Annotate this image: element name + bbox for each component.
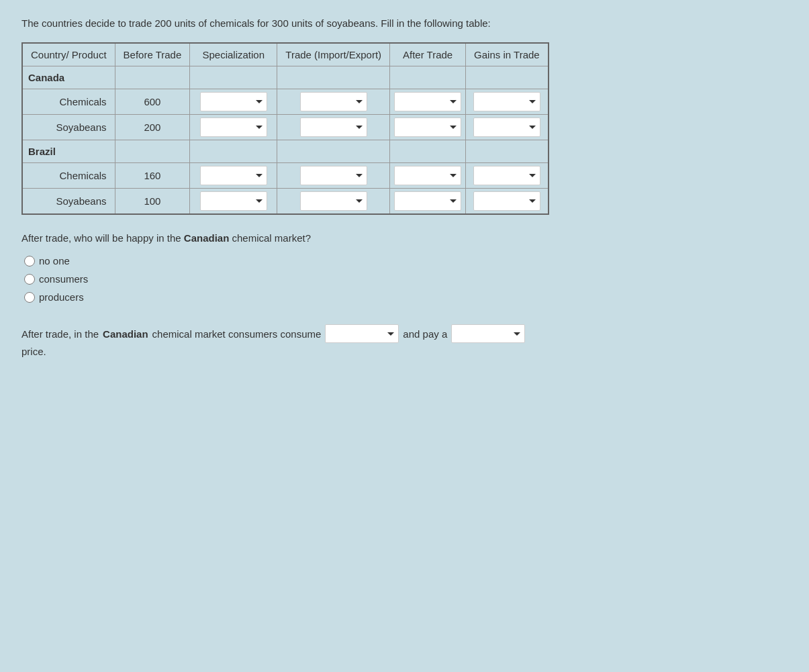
radio-no-one-label: no one [39, 255, 70, 267]
question2-text-middle: chemical market consumers consume [152, 325, 322, 343]
gains-select-brazil-chemicals[interactable] [473, 166, 540, 185]
gains-select-brazil-soyabeans[interactable] [473, 191, 540, 211]
trade-select-brazil-soyabeans[interactable] [300, 191, 367, 211]
header-gains-in-trade: Gains in Trade [466, 43, 549, 66]
trade-select-canada-soyabeans[interactable] [300, 117, 367, 137]
specialization-select-brazil-soyabeans[interactable] [200, 191, 267, 211]
price-dropdown[interactable] [451, 324, 525, 343]
gains-select-canada-chemicals[interactable] [473, 92, 540, 111]
header-country-product: Country/ Product [22, 43, 115, 66]
specialization-cell-canada-chemicals [190, 89, 277, 114]
trade-select-canada-chemicals[interactable] [300, 92, 367, 111]
trade-select-brazil-chemicals[interactable] [300, 166, 367, 185]
after-trade-select-canada-chemicals[interactable] [394, 92, 461, 111]
radio-producers-input[interactable] [24, 292, 35, 303]
country-specialization-empty-1 [190, 140, 277, 162]
after-trade-select-brazil-chemicals[interactable] [394, 166, 461, 185]
country-specialization-empty-0 [190, 66, 277, 89]
trade-cell-brazil-chemicals [277, 162, 390, 188]
radio-no-one-input[interactable] [24, 256, 35, 267]
product-label-brazil-chemicals: Chemicals [22, 162, 115, 188]
after-trade-select-canada-soyabeans[interactable] [394, 117, 461, 137]
trade-cell-brazil-soyabeans [277, 188, 390, 214]
specialization-select-canada-chemicals[interactable] [200, 92, 267, 111]
radio-consumers-label: consumers [39, 273, 88, 285]
after-trade-select-brazil-soyabeans[interactable] [394, 191, 461, 211]
country-before-trade-empty-1 [115, 140, 190, 162]
question2-price-text: price. [21, 346, 788, 357]
table-row: Soyabeans 200 [22, 114, 549, 140]
radio-producers[interactable]: producers [24, 291, 788, 303]
specialization-cell-brazil-chemicals [190, 162, 277, 188]
specialization-select-canada-soyabeans[interactable] [200, 117, 267, 137]
before-trade-value-canada-chemicals: 600 [115, 89, 190, 114]
question2-text-before: After trade, in the [21, 325, 99, 343]
product-label-canada-chemicals: Chemicals [22, 89, 115, 114]
specialization-cell-brazil-soyabeans [190, 188, 277, 214]
gains-select-canada-soyabeans[interactable] [473, 117, 540, 137]
header-specialization: Specialization [190, 43, 277, 66]
question2-text-after: and pay a [403, 325, 447, 343]
intro-text: The countries decide to trade 200 units … [21, 16, 572, 32]
country-after-trade-empty-0 [390, 66, 466, 89]
product-label-canada-soyabeans: Soyabeans [22, 114, 115, 140]
radio-consumers-input[interactable] [24, 274, 35, 285]
country-row-brazil: Brazil [22, 140, 549, 162]
radio-producers-label: producers [39, 291, 84, 303]
specialization-cell-canada-soyabeans [190, 114, 277, 140]
trade-cell-canada-chemicals [277, 89, 390, 114]
gains-cell-canada-chemicals [466, 89, 549, 114]
question2-container: After trade, in the Canadian chemical ma… [21, 324, 626, 343]
specialization-select-brazil-chemicals[interactable] [200, 166, 267, 185]
country-after-trade-empty-1 [390, 140, 466, 162]
table-row: Chemicals 600 [22, 89, 549, 114]
question2-highlight: Canadian [103, 325, 148, 343]
before-trade-value-canada-soyabeans: 200 [115, 114, 190, 140]
radio-no-one[interactable]: no one [24, 255, 788, 267]
after-trade-cell-brazil-soyabeans [390, 188, 466, 214]
radio-group-happy: no one consumers producers [21, 255, 788, 303]
after-trade-cell-brazil-chemicals [390, 162, 466, 188]
country-row-canada: Canada [22, 66, 549, 89]
consume-dropdown[interactable] [325, 324, 399, 343]
trade-table: Country/ Product Before Trade Specializa… [21, 42, 549, 215]
radio-consumers[interactable]: consumers [24, 273, 788, 285]
gains-cell-canada-soyabeans [466, 114, 549, 140]
trade-cell-canada-soyabeans [277, 114, 390, 140]
after-trade-cell-canada-chemicals [390, 89, 466, 114]
country-label-canada: Canada [22, 66, 115, 89]
question1-text: After trade, who will be happy in the Ca… [21, 231, 572, 246]
after-trade-cell-canada-soyabeans [390, 114, 466, 140]
gains-cell-brazil-chemicals [466, 162, 549, 188]
country-label-brazil: Brazil [22, 140, 115, 162]
header-trade: Trade (Import/Export) [277, 43, 390, 66]
product-label-brazil-soyabeans: Soyabeans [22, 188, 115, 214]
header-after-trade: After Trade [390, 43, 466, 66]
country-trade-empty-0 [277, 66, 390, 89]
country-trade-empty-1 [277, 140, 390, 162]
before-trade-value-brazil-soyabeans: 100 [115, 188, 190, 214]
before-trade-value-brazil-chemicals: 160 [115, 162, 190, 188]
table-row: Chemicals 160 [22, 162, 549, 188]
country-gains-empty-1 [466, 140, 549, 162]
table-row: Soyabeans 100 [22, 188, 549, 214]
country-gains-empty-0 [466, 66, 549, 89]
header-before-trade: Before Trade [115, 43, 190, 66]
gains-cell-brazil-soyabeans [466, 188, 549, 214]
country-before-trade-empty-0 [115, 66, 190, 89]
